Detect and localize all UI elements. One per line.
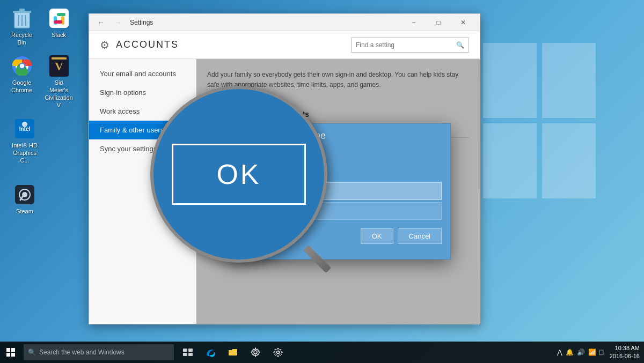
svg-point-29 <box>254 351 257 354</box>
settings-active-button[interactable] <box>267 342 289 363</box>
settings-search-input[interactable] <box>356 41 456 49</box>
gear-icon: ⚙ <box>100 39 109 51</box>
slack-label: Slack <box>52 31 66 39</box>
win-pane-br <box>542 123 596 198</box>
svg-rect-28 <box>229 351 237 355</box>
desktop-icon-chrome[interactable]: Google Chrome <box>5 53 38 112</box>
settings-search-box[interactable]: 🔍 <box>351 38 469 53</box>
desktop-icon-row-1: Recycle Bin Slack <box>5 5 75 49</box>
svg-line-3 <box>18 15 19 26</box>
svg-rect-24 <box>183 349 187 352</box>
dialog-cancel-button[interactable]: Cancel <box>398 228 442 244</box>
network-icon[interactable]: 📶 <box>588 349 596 356</box>
svg-rect-17 <box>52 57 67 60</box>
win-pane-bl <box>483 123 537 198</box>
clock-time: 10:38 AM <box>610 344 640 352</box>
intel-hd-icon: Intel <box>14 118 35 139</box>
settings-titlebar: ← → Settings − □ ✕ <box>89 14 480 31</box>
system-clock[interactable]: 10:38 AM 2016-06-16 <box>605 344 640 361</box>
desktop-icon-slack[interactable]: Slack <box>42 5 75 49</box>
desktop-icon-recycle-bin[interactable]: Recycle Bin <box>5 5 38 49</box>
settings-window-title: Settings <box>130 19 153 26</box>
chrome-label: Google Chrome <box>8 79 36 94</box>
svg-rect-9 <box>61 16 64 25</box>
svg-line-5 <box>25 15 26 26</box>
civ5-label: Sid Meier's Civilization V <box>45 79 73 109</box>
svg-rect-2 <box>19 9 25 11</box>
magnifier-circle: OK <box>150 86 327 263</box>
svg-rect-25 <box>188 349 193 352</box>
task-view-button[interactable] <box>177 342 199 363</box>
win-pane-tl <box>483 43 537 118</box>
ok-button-magnified: OK <box>172 144 305 205</box>
edge-browser-button[interactable] <box>200 342 221 363</box>
dialog-ok-button[interactable]: OK <box>361 228 393 244</box>
settings-header: ⚙ ACCOUNTS 🔍 <box>89 31 480 59</box>
magnifier-content: OK <box>153 89 324 260</box>
desktop-icon-civ5[interactable]: V Sid Meier's Civilization V <box>42 53 75 112</box>
forward-button[interactable]: → <box>111 15 126 30</box>
civ5-icon: V <box>48 55 70 77</box>
close-button[interactable]: ✕ <box>451 14 475 31</box>
svg-point-20 <box>22 122 27 127</box>
taskbar: 🔍 <box>0 342 644 363</box>
svg-point-30 <box>277 351 280 354</box>
desktop-icons-area: Recycle Bin Slack <box>0 0 80 223</box>
start-icon <box>6 348 15 357</box>
taskbar-right-area: ⋀ 🔔 🔊 📶 ⎕ 10:38 AM 2016-06-16 <box>557 344 644 361</box>
settings-pinned-button[interactable] <box>245 342 266 363</box>
recycle-bin-icon <box>11 8 33 29</box>
desktop-icon-row-2: Google Chrome V Sid Meier's Civilization… <box>5 53 75 112</box>
windows-logo-decoration <box>483 43 601 214</box>
svg-rect-10 <box>54 20 62 24</box>
desktop-icon-steam[interactable]: Steam <box>5 182 44 217</box>
search-icon-taskbar: 🔍 <box>28 349 36 356</box>
svg-point-14 <box>20 64 24 68</box>
svg-rect-27 <box>188 353 193 356</box>
minimize-button[interactable]: − <box>401 14 426 31</box>
desktop-icon-row-4: Steam <box>5 182 75 217</box>
steam-icon <box>14 184 35 205</box>
chrome-icon <box>11 55 33 77</box>
taskbar-pinned-icons <box>177 342 289 363</box>
settings-section-title: ACCOUNTS <box>116 39 179 50</box>
start-button[interactable] <box>0 342 21 363</box>
svg-rect-8 <box>57 13 65 16</box>
clock-date: 2016-06-16 <box>610 352 640 360</box>
sidebar-nav-signin[interactable]: Sign-in options <box>89 83 196 102</box>
win-pane-tr <box>542 43 596 118</box>
search-icon: 🔍 <box>456 41 464 49</box>
file-explorer-button[interactable] <box>222 342 244 363</box>
intel-hd-label: Intel® HD Graphics C... <box>8 142 42 165</box>
system-tray-icons: ⋀ 🔔 🔊 📶 ⎕ <box>557 349 603 356</box>
action-center-icon[interactable]: 🔔 <box>566 349 574 356</box>
desktop-icon-intel-hd[interactable]: Intel Intel® HD Graphics C... <box>5 116 44 167</box>
svg-rect-1 <box>13 11 31 13</box>
ok-label-magnified: OK <box>216 158 261 190</box>
chevron-up-icon[interactable]: ⋀ <box>557 349 562 356</box>
slack-icon <box>48 8 70 29</box>
sidebar-nav-email[interactable]: Your email and accounts <box>89 64 196 83</box>
taskbar-search-box[interactable]: 🔍 <box>24 344 174 360</box>
desktop: Recycle Bin Slack <box>0 0 644 363</box>
maximize-button[interactable]: □ <box>426 14 451 31</box>
back-button[interactable]: ← <box>93 15 108 30</box>
titlebar-nav: ← → <box>93 15 126 30</box>
keyboard-icon[interactable]: ⎕ <box>599 349 603 356</box>
svg-rect-6 <box>49 9 69 28</box>
steam-label: Steam <box>16 208 33 215</box>
svg-text:V: V <box>55 60 63 73</box>
svg-rect-26 <box>183 353 187 356</box>
titlebar-controls: − □ ✕ <box>401 14 475 31</box>
desktop-icon-row-3: Intel Intel® HD Graphics C... <box>5 116 75 167</box>
recycle-bin-label: Recycle Bin <box>8 31 36 47</box>
volume-icon[interactable]: 🔊 <box>577 349 585 356</box>
taskbar-search-input[interactable] <box>39 349 157 356</box>
